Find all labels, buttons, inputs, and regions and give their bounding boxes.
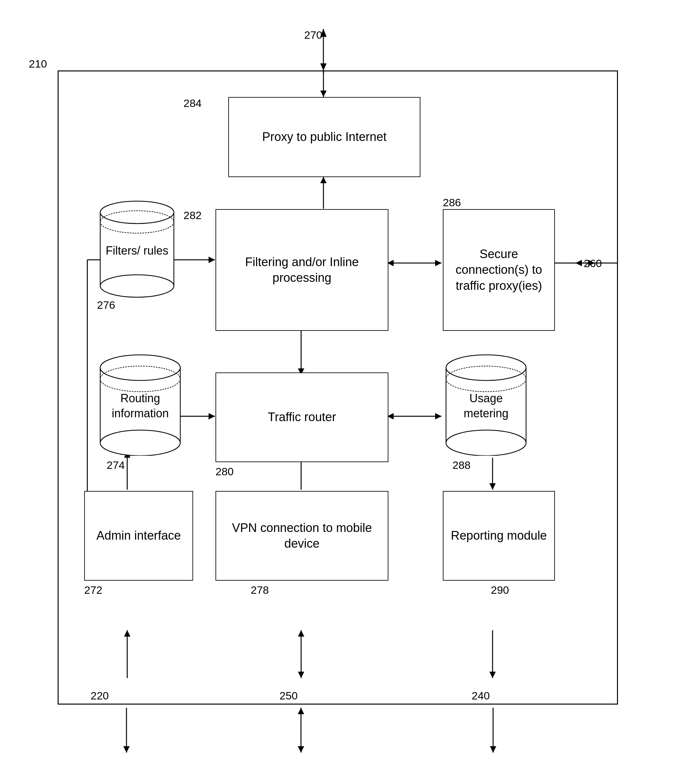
- proxy-label: Proxy to public Internet: [262, 129, 387, 145]
- traffic-router-box: Traffic router: [216, 372, 388, 462]
- svg-marker-55: [123, 746, 130, 753]
- admin-label: Admin interface: [96, 528, 181, 543]
- svg-marker-1: [320, 91, 326, 97]
- label-260: 260: [584, 257, 602, 270]
- label-284: 284: [183, 97, 202, 109]
- vpn-box: VPN connection to mobile device: [216, 491, 388, 581]
- filtering-label: Filtering and/or Inline processing: [219, 254, 385, 286]
- label-272: 272: [84, 584, 102, 596]
- svg-marker-38: [489, 672, 495, 678]
- svg-marker-58: [298, 708, 304, 714]
- svg-marker-35: [298, 672, 304, 678]
- svg-marker-6: [435, 260, 441, 266]
- vpn-label: VPN connection to mobile device: [219, 520, 385, 552]
- routing-label: Routing information: [97, 388, 183, 424]
- secure-label: Secure connection(s) to traffic proxy(ie…: [447, 246, 551, 294]
- label-290: 290: [491, 584, 509, 596]
- diagram-container: 210 270: [26, 26, 647, 762]
- svg-marker-13: [208, 257, 215, 263]
- filters-cylinder: Filters/ rules: [97, 196, 177, 299]
- svg-marker-28: [489, 483, 495, 490]
- svg-marker-53: [320, 64, 326, 70]
- traffic-router-label: Traffic router: [268, 409, 336, 425]
- filters-label: Filters/ rules: [102, 240, 172, 262]
- secure-box: Secure connection(s) to traffic proxy(ie…: [443, 209, 555, 331]
- usage-label: Usage metering: [443, 388, 529, 424]
- svg-point-40: [100, 201, 174, 224]
- label-278: 278: [251, 584, 269, 596]
- label-220: 220: [91, 689, 109, 702]
- label-276: 276: [97, 299, 115, 311]
- label-288: 288: [452, 459, 471, 471]
- label-274: 274: [107, 459, 125, 471]
- svg-marker-52: [320, 29, 326, 37]
- routing-cylinder: Routing information: [97, 350, 183, 456]
- svg-marker-21: [435, 413, 441, 420]
- svg-point-41: [100, 275, 174, 297]
- svg-marker-4: [320, 177, 326, 183]
- main-box: Proxy to public Internet 284 Filtering a…: [57, 70, 618, 705]
- svg-point-45: [100, 430, 180, 456]
- admin-box: Admin interface: [84, 491, 193, 581]
- svg-marker-18: [208, 413, 215, 420]
- top-arrow-svg: [26, 26, 647, 77]
- svg-marker-33: [124, 630, 130, 637]
- reporting-box: Reporting module: [443, 491, 555, 581]
- svg-marker-11: [575, 260, 582, 266]
- label-250: 250: [280, 689, 298, 702]
- svg-point-44: [100, 355, 180, 381]
- usage-cylinder: Usage metering: [443, 350, 529, 456]
- svg-point-49: [446, 430, 526, 456]
- svg-marker-36: [298, 630, 304, 637]
- filtering-box: Filtering and/or Inline processing: [216, 209, 388, 331]
- label-286: 286: [443, 196, 461, 209]
- bottom-arrows-svg: [26, 705, 647, 768]
- reporting-label: Reporting module: [451, 528, 547, 543]
- proxy-box: Proxy to public Internet: [228, 97, 421, 177]
- label-240: 240: [472, 689, 490, 702]
- label-282: 282: [183, 209, 202, 222]
- svg-marker-57: [298, 746, 304, 753]
- label-280: 280: [216, 465, 234, 478]
- svg-marker-60: [490, 746, 496, 753]
- svg-point-48: [446, 355, 526, 381]
